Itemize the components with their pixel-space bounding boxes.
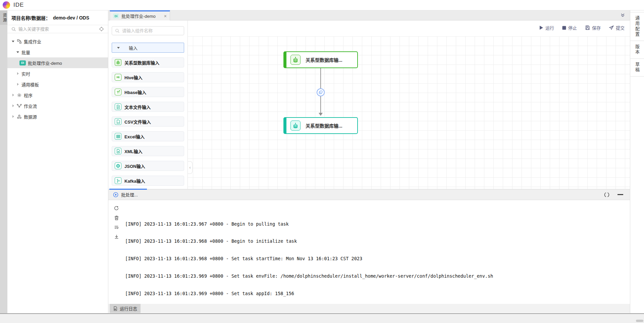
stop-button[interactable]: 停止 bbox=[562, 25, 577, 31]
tab-batch-job-demo[interactable]: Di 批处理作业-demo × bbox=[110, 10, 170, 20]
rail-tab-drafts[interactable]: 草稿 bbox=[630, 59, 644, 77]
loading-spinner-icon[interactable] bbox=[604, 192, 609, 197]
log-output[interactable]: [INFO] 2023-11-13 16:01:23.967 +0800 - B… bbox=[125, 200, 630, 304]
caret-right-icon[interactable] bbox=[11, 93, 15, 97]
caret-right-icon[interactable] bbox=[11, 115, 15, 118]
tree-item-label: 通用模板 bbox=[21, 81, 39, 88]
run-label: 运行 bbox=[545, 25, 554, 31]
locate-icon[interactable] bbox=[99, 27, 104, 32]
stop-icon bbox=[562, 26, 566, 30]
app-logo-icon bbox=[3, 1, 10, 9]
text-file-icon bbox=[115, 103, 121, 110]
play-icon bbox=[539, 26, 543, 30]
flow-canvas[interactable]: 运行 停止 保存 提交 bbox=[108, 20, 630, 189]
save-icon bbox=[585, 25, 590, 30]
rail-tab-versions[interactable]: 版本 bbox=[630, 41, 644, 59]
close-icon[interactable]: × bbox=[164, 14, 167, 18]
left-rail: 资源 bbox=[0, 10, 7, 313]
component-palette: 输入 关系型数据库输入 Hi Hive输入 Hbase输入 bbox=[108, 20, 188, 189]
palette-item-json-input[interactable]: JSON输入 bbox=[112, 161, 184, 171]
log-line: [INFO] 2023-11-13 16:01:23.969 +0800 - S… bbox=[125, 291, 630, 296]
tab-title: 批处理作业-demo bbox=[121, 13, 156, 19]
rail-tab-general-config[interactable]: 通用配置 bbox=[630, 12, 644, 41]
log-panel-header[interactable]: 批处理... bbox=[108, 189, 630, 200]
palette-item-label: Hive输入 bbox=[124, 74, 142, 81]
tree-item-label: 程序 bbox=[24, 92, 33, 98]
relational-db-input-icon bbox=[290, 55, 301, 65]
palette-item-text-file-input[interactable]: 文本文件输入 bbox=[112, 102, 184, 112]
tree-item-label: 数据源 bbox=[24, 113, 37, 120]
category-label: 输入 bbox=[129, 45, 138, 51]
tree-item-programs[interactable]: 程序 bbox=[7, 90, 108, 100]
tree-item-common-template[interactable]: 通用模板 bbox=[7, 79, 108, 90]
minimize-icon[interactable] bbox=[618, 194, 623, 195]
caret-down-icon[interactable] bbox=[16, 50, 20, 54]
palette-item-xml-input[interactable]: XML输入 bbox=[112, 146, 184, 156]
project-value: demo-dev / ODS bbox=[53, 15, 89, 20]
project-header: 项目名称/数据层： demo-dev / ODS bbox=[7, 10, 108, 25]
node-relational-db-input-source[interactable]: 关系型数据库输... bbox=[283, 51, 358, 68]
submit-button[interactable]: 提交 bbox=[609, 25, 625, 31]
log-file-icon bbox=[113, 306, 118, 311]
excel-icon bbox=[115, 133, 121, 140]
caret-right-icon[interactable] bbox=[16, 83, 20, 86]
palette-item-relational-db-input[interactable]: 关系型数据库输入 bbox=[112, 57, 184, 67]
palette-item-label: Hbase输入 bbox=[124, 89, 146, 95]
hive-icon: Hi bbox=[115, 74, 121, 81]
sidebar-search-row bbox=[7, 25, 108, 33]
tree-item-batch[interactable]: 批量 bbox=[7, 47, 108, 57]
palette-item-label: XML输入 bbox=[124, 148, 142, 154]
resource-tree: 集成作业 批量 Di 批处理作业-demo 实时 通用模板 程序 作业流 bbox=[7, 33, 108, 122]
tree-item-realtime[interactable]: 实时 bbox=[7, 68, 108, 79]
caret-down-icon[interactable] bbox=[11, 40, 15, 43]
paper-plane-icon bbox=[609, 25, 614, 30]
palette-search bbox=[112, 26, 184, 35]
run-log-tab[interactable]: 运行日志 bbox=[110, 304, 141, 313]
horizontal-scrollbar-thumb[interactable] bbox=[636, 320, 643, 322]
log-line: [INFO] 2023-11-13 16:01:23.967 +0800 - B… bbox=[125, 221, 630, 227]
log-toolbar bbox=[108, 200, 124, 304]
tree-item-datasource[interactable]: 数据源 bbox=[7, 111, 108, 122]
palette-item-hbase-input[interactable]: Hbase输入 bbox=[112, 87, 184, 97]
download-icon[interactable] bbox=[114, 234, 119, 239]
log-line: [INFO] 2023-11-13 16:01:23.968 +0800 - S… bbox=[125, 256, 630, 262]
palette-item-label: Kafka输入 bbox=[124, 178, 145, 184]
collapse-all-icon[interactable] bbox=[620, 13, 625, 18]
tree-item-batch-job-demo[interactable]: Di 批处理作业-demo bbox=[7, 57, 108, 68]
run-button[interactable]: 运行 bbox=[539, 25, 554, 31]
right-rail: 通用配置 版本 草稿 bbox=[630, 10, 644, 313]
palette-item-csv-file-input[interactable]: csv CSV文件输入 bbox=[112, 117, 184, 127]
active-tab-indicator bbox=[109, 189, 147, 190]
caret-right-icon[interactable] bbox=[16, 72, 20, 75]
di-badge: Di bbox=[113, 13, 119, 18]
integration-icon bbox=[17, 39, 22, 44]
canvas-toolbar: 运行 停止 保存 提交 bbox=[539, 25, 625, 31]
editor-tabbar: Di 批处理作业-demo × bbox=[108, 10, 630, 20]
word-wrap-icon[interactable] bbox=[114, 225, 119, 230]
json-icon bbox=[115, 163, 121, 169]
category-input[interactable]: 输入 bbox=[112, 43, 184, 53]
relational-db-input-icon bbox=[115, 59, 121, 66]
palette-item-excel-input[interactable]: Excel输入 bbox=[112, 131, 184, 141]
palette-search-input[interactable] bbox=[122, 28, 181, 33]
refresh-icon[interactable] bbox=[114, 205, 119, 211]
rail-tab-resources[interactable]: 资源 bbox=[0, 11, 7, 25]
palette-collapse-handle[interactable]: ‹ bbox=[188, 161, 193, 174]
xml-file-icon bbox=[115, 148, 121, 154]
node-label: 关系型数据库输... bbox=[306, 122, 342, 129]
search-icon bbox=[115, 29, 120, 33]
palette-item-kafka-input[interactable]: Kafka输入 bbox=[112, 176, 184, 186]
log-panel-footer: 运行日志 bbox=[108, 304, 630, 313]
tree-item-workflow[interactable]: 作业流 bbox=[7, 100, 108, 111]
caret-down-icon bbox=[117, 46, 120, 49]
caret-right-icon[interactable] bbox=[11, 104, 15, 107]
edge-copy-badge[interactable] bbox=[317, 88, 325, 96]
play-circle-icon bbox=[113, 192, 118, 197]
trash-icon[interactable] bbox=[114, 215, 119, 221]
save-button[interactable]: 保存 bbox=[585, 25, 601, 31]
tree-item-integration-jobs[interactable]: 集成作业 bbox=[7, 36, 108, 47]
node-relational-db-input-target[interactable]: 关系型数据库输... bbox=[283, 117, 358, 134]
palette-item-hive-input[interactable]: Hi Hive输入 bbox=[112, 72, 184, 82]
sidebar-search-input[interactable] bbox=[18, 27, 97, 32]
save-label: 保存 bbox=[592, 25, 601, 31]
